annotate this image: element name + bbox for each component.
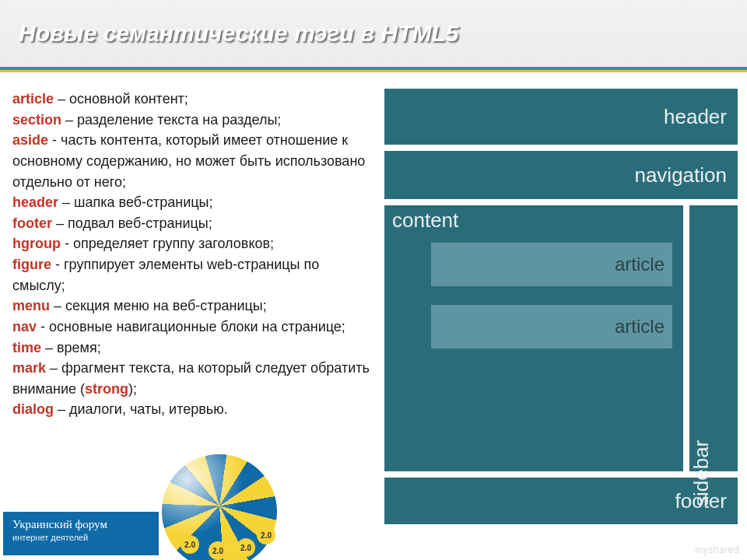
term-header: header [12, 194, 58, 210]
forum-badge: Украинский форум интернет деятелей [3, 512, 159, 555]
term-strong: strong [85, 381, 128, 397]
def-article: article – основной контент; [12, 89, 370, 110]
layout-diagram-column: header navigation content article articl… [384, 89, 738, 529]
term-section: section [12, 112, 61, 128]
def-mark: mark – фрагмент текста, на который следу… [12, 358, 370, 399]
term-aside: aside [12, 132, 48, 148]
def-section: section – разделение текста на разделы; [12, 110, 370, 131]
diagram-footer: footer [384, 478, 738, 524]
term-dialog: dialog [12, 401, 54, 417]
def-aside: aside - часть контента, который имеет от… [12, 130, 370, 192]
diagram-content: content article article [384, 205, 683, 471]
diagram-article-2: article [431, 305, 672, 348]
diagram-navigation: navigation [384, 151, 738, 199]
def-dialog: dialog – диалоги, чаты, итервью. [12, 399, 370, 420]
balloon-tag-2: 2.0 [209, 541, 227, 560]
term-menu: menu [12, 298, 50, 313]
def-header: header – шапка веб-страницы; [12, 192, 370, 213]
forum-line2: интернет деятелей [12, 533, 149, 542]
layout-diagram: header navigation content article articl… [384, 89, 738, 524]
def-figure: figure - группирует элементы web-страниц… [12, 254, 370, 296]
term-hgroup: hgroup [12, 236, 61, 251]
term-article: article [12, 91, 54, 107]
def-footer: footer – подвал веб-страницы; [12, 213, 370, 234]
term-footer: footer [12, 215, 52, 231]
diagram-sidebar: sidebar [689, 205, 738, 471]
diagram-header: header [384, 89, 738, 145]
diagram-sidebar-label: sidebar [689, 458, 714, 506]
def-hgroup: hgroup - определяет группу заголовков; [12, 233, 370, 254]
def-nav: nav - основные навигационные блоки на ст… [12, 317, 370, 338]
def-menu: menu – секция меню на веб-страницы; [12, 296, 370, 317]
balloon-image: 2.0 2.0 2.0 2.0 [149, 454, 289, 560]
balloon-tag-1: 2.0 [181, 535, 199, 554]
balloon-tag-4: 2.0 [257, 526, 275, 544]
diagram-article-1: article [431, 243, 672, 286]
forum-line1: Украинский форум [12, 518, 149, 531]
diagram-mid-row: content article article sidebar [384, 205, 738, 471]
diagram-content-label: content [392, 208, 458, 233]
balloon-tag-3: 2.0 [237, 538, 255, 557]
watermark: myshared [695, 544, 739, 555]
slide-title-band: Новые семантические тэги в HTML5 [0, 0, 747, 70]
slide-title: Новые семантические тэги в HTML5 [19, 20, 459, 47]
main-row: article – основной контент; section – ра… [0, 70, 747, 529]
term-figure: figure [12, 257, 51, 272]
def-time: time – время; [12, 338, 370, 359]
term-mark: mark [12, 360, 46, 376]
term-time: time [12, 340, 41, 355]
term-nav: nav [12, 319, 37, 334]
